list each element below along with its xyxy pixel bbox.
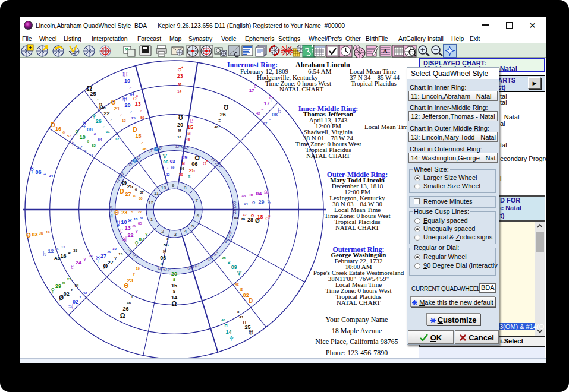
svg-text:→: → xyxy=(118,112,122,117)
svg-text:Ω: Ω xyxy=(120,312,125,319)
svg-text:Θ: Θ xyxy=(111,99,116,106)
svg-text:22: 22 xyxy=(127,232,133,238)
svg-text:20: 20 xyxy=(171,271,177,277)
svg-text:09: 09 xyxy=(171,166,175,169)
svg-text:56: 56 xyxy=(164,242,169,248)
svg-text:Υ: Υ xyxy=(145,233,147,236)
svg-text:5: 5 xyxy=(191,223,194,229)
svg-text:D: D xyxy=(120,188,124,195)
svg-text:б: б xyxy=(84,149,87,153)
svg-text:16: 16 xyxy=(55,126,61,132)
svg-text:12: 12 xyxy=(166,173,170,176)
svg-text:1: 1 xyxy=(150,217,153,222)
svg-text:30: 30 xyxy=(179,173,183,176)
svg-text:D: D xyxy=(51,122,55,128)
svg-text:27: 27 xyxy=(125,191,131,197)
svg-text:17: 17 xyxy=(249,88,254,93)
svg-text:06: 06 xyxy=(36,169,42,175)
svg-text:12: 12 xyxy=(48,248,54,254)
svg-text:D: D xyxy=(133,127,137,133)
svg-text:23: 23 xyxy=(127,277,133,283)
svg-text:08: 08 xyxy=(87,127,93,132)
svg-text:10: 10 xyxy=(112,247,117,251)
svg-text:M: M xyxy=(182,162,185,165)
svg-text:10: 10 xyxy=(161,185,166,191)
svg-text:27: 27 xyxy=(138,210,142,214)
svg-text:б: б xyxy=(87,140,89,143)
svg-text:27: 27 xyxy=(108,260,114,265)
svg-text:Υ: Υ xyxy=(114,257,117,260)
svg-text:→: → xyxy=(138,108,143,113)
svg-text:03: 03 xyxy=(32,232,38,238)
svg-text:→: → xyxy=(127,84,133,90)
svg-text:11: 11 xyxy=(90,153,94,157)
svg-text:Ξ: Ξ xyxy=(188,175,190,178)
svg-text:As: As xyxy=(54,255,61,261)
svg-text:Ø: Ø xyxy=(122,179,127,186)
svg-text:19: 19 xyxy=(136,267,140,270)
svg-text:15: 15 xyxy=(118,252,122,256)
svg-text:Ȣ: Ȣ xyxy=(173,289,176,293)
svg-text:Υ: Υ xyxy=(79,295,81,299)
svg-text:59: 59 xyxy=(140,116,144,119)
svg-text:→: → xyxy=(139,140,144,146)
svg-text:13: 13 xyxy=(135,101,141,107)
svg-text:00: 00 xyxy=(139,197,143,200)
svg-text:Θ: Θ xyxy=(114,210,119,216)
svg-text:54: 54 xyxy=(98,138,102,141)
svg-text:52: 52 xyxy=(92,144,96,147)
svg-text:Θ: Θ xyxy=(26,232,31,239)
svg-text:22°≈05: 22°≈05 xyxy=(109,206,113,218)
svg-text:A: A xyxy=(383,48,388,55)
svg-text:23: 23 xyxy=(121,210,127,216)
svg-text:Υ: Υ xyxy=(136,230,138,233)
svg-text:Ж: Ж xyxy=(55,247,59,251)
svg-text:25: 25 xyxy=(127,184,133,189)
svg-text:б: б xyxy=(94,132,96,136)
svg-text:21: 21 xyxy=(114,106,120,112)
svg-text:Ȣ: Ȣ xyxy=(173,277,176,282)
svg-text:Ж: Ж xyxy=(106,250,111,254)
svg-text:24: 24 xyxy=(76,260,81,265)
svg-text:10: 10 xyxy=(124,78,130,84)
svg-text:2: 2 xyxy=(161,229,164,234)
svg-text:25: 25 xyxy=(67,277,71,281)
svg-text:Ȣ: Ȣ xyxy=(161,262,164,266)
svg-text:6: 6 xyxy=(196,213,199,219)
svg-text:б: б xyxy=(135,188,137,191)
svg-text:02: 02 xyxy=(73,299,78,305)
svg-text:26: 26 xyxy=(122,306,128,312)
svg-text:34: 34 xyxy=(49,174,53,178)
svg-text:M: M xyxy=(178,82,181,86)
svg-text:8: 8 xyxy=(184,185,187,191)
svg-text:→: → xyxy=(165,166,169,170)
svg-text:♅: ♅ xyxy=(162,246,168,256)
svg-text:8: 8 xyxy=(237,310,240,314)
svg-text:25: 25 xyxy=(189,167,195,173)
svg-text:13: 13 xyxy=(125,225,131,231)
svg-text:26: 26 xyxy=(96,118,102,124)
svg-text:→: → xyxy=(100,124,105,129)
svg-text:10: 10 xyxy=(121,219,127,225)
svg-text:46: 46 xyxy=(127,301,131,305)
svg-text:11: 11 xyxy=(154,191,159,196)
svg-text:≈: ≈ xyxy=(131,210,133,214)
svg-text:Mc: Mc xyxy=(99,105,106,110)
svg-text:23: 23 xyxy=(177,73,183,79)
svg-text:б: б xyxy=(62,131,65,134)
svg-text:Ж: Ж xyxy=(61,281,65,284)
svg-text:19: 19 xyxy=(46,230,50,234)
svg-text:Υ: Υ xyxy=(70,288,73,292)
svg-text:04: 04 xyxy=(75,284,79,287)
svg-text:25: 25 xyxy=(131,116,136,120)
svg-text:Υ: Υ xyxy=(131,295,133,298)
svg-text:18: 18 xyxy=(134,217,138,221)
svg-text:07: 07 xyxy=(139,236,144,242)
svg-text:≈: ≈ xyxy=(43,172,46,176)
svg-text:29: 29 xyxy=(55,283,61,289)
svg-text:22: 22 xyxy=(103,110,109,116)
svg-text:21: 21 xyxy=(89,254,93,258)
svg-text:05: 05 xyxy=(138,222,142,225)
svg-text:14: 14 xyxy=(177,90,181,93)
svg-text:25: 25 xyxy=(90,91,96,97)
